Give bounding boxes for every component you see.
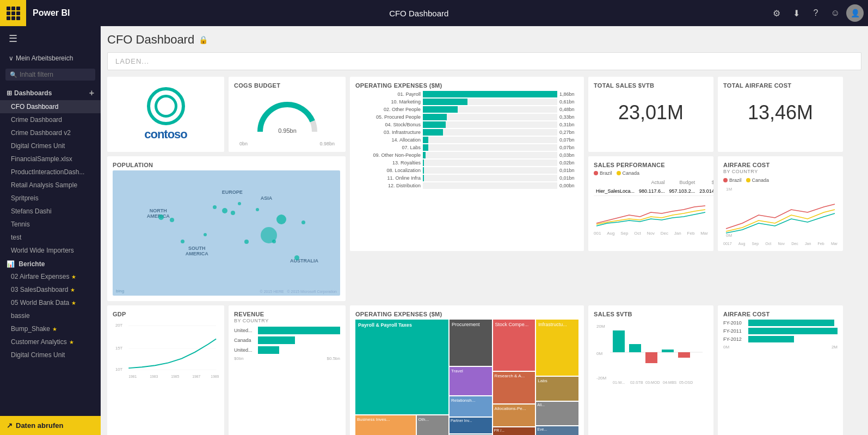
- tile-sales-performance[interactable]: Sales Performance Brazil Canada: [588, 156, 713, 251]
- treemap-infra: Infrastructu...: [536, 320, 578, 376]
- sales-svtb-title: Sales $VTB: [594, 311, 708, 317]
- dashboard-icon: ⊞: [7, 89, 12, 97]
- tile-gdp[interactable]: GDP 20T 15T 10T 1981 1983 1985 1987: [107, 305, 224, 435]
- sidebar-item-digital-crimes[interactable]: Digital Crimes Unit: [0, 139, 101, 152]
- search-input[interactable]: [20, 71, 91, 78]
- tile-airfare-year[interactable]: Airfare Cost FY-2010 FY-2011 FY-2012: [718, 305, 843, 435]
- settings-icon[interactable]: ⚙: [768, 4, 785, 22]
- svg-text:04-MBS: 04-MBS: [663, 381, 677, 384]
- gauge-svg: 0.95bn: [252, 94, 323, 137]
- brazil-dot: [594, 171, 598, 175]
- treemap-all: All...: [536, 402, 578, 425]
- chart-icon: 📊: [7, 260, 15, 268]
- sidebar-item-sprit[interactable]: Spritpreis: [0, 192, 101, 205]
- vtb-cell: 23.014.428: [697, 187, 713, 196]
- population-title: Population: [113, 162, 340, 168]
- star-icon: ★: [71, 300, 76, 306]
- sales-perf-legend: Brazil Canada: [594, 170, 708, 176]
- map-dot-china: [276, 215, 286, 224]
- sidebar-item-customer[interactable]: Customer Analytics ★: [0, 335, 101, 348]
- legend-canada: Canada: [617, 170, 640, 176]
- loading-bar: LADEN...: [107, 52, 861, 70]
- sidebar-item-sales-dash[interactable]: 03 SalesDashboard ★: [0, 283, 101, 296]
- canada-label: Canada: [623, 170, 640, 176]
- smiley-icon[interactable]: ☺: [827, 4, 844, 22]
- dashboard-row1: contoso COGS Budget 0.95bn 0bn 0.98bn: [107, 77, 861, 301]
- col-location: [594, 178, 637, 187]
- chart-x-labels: 001AugSepOctNovDecJanFebMar: [594, 231, 708, 236]
- map-dot-ru1: [256, 208, 259, 211]
- south-america-label: SOUTHAMERICA: [186, 246, 208, 256]
- sidebar-item-cfo[interactable]: CFO Dashboard: [0, 100, 101, 113]
- add-dashboard-icon[interactable]: +: [89, 88, 94, 98]
- sidebar-item-dc[interactable]: Digital Crimes Unit: [0, 348, 101, 362]
- map-credit: © 2015 HERE © 2015 Microsoft Corporation: [260, 290, 337, 293]
- workspace-label: Mein Arbeitsbereich: [16, 54, 73, 62]
- workspace-selector[interactable]: ∨ Mein Arbeitsbereich: [0, 51, 101, 65]
- tile-cogs-budget[interactable]: COGS Budget 0.95bn 0bn 0.98bn: [229, 77, 346, 152]
- legend-airfare-canada: Canada: [746, 177, 769, 183]
- sidebar-item-crime[interactable]: Crime Dashboard: [0, 113, 101, 126]
- star-icon: ★: [69, 339, 74, 345]
- svg-text:03-MOD: 03-MOD: [645, 381, 660, 384]
- tile-revenue[interactable]: Revenue BY COUNTRY United... Canada Unit…: [229, 305, 346, 435]
- download-icon[interactable]: ⬇: [787, 4, 805, 22]
- total-sales-value: 23,01M: [594, 91, 708, 134]
- get-data-button[interactable]: ↗ Daten abrufen: [0, 416, 101, 435]
- tile-airfare-country[interactable]: Airfare Cost BY COUNTRY Brazil Canada: [718, 156, 843, 251]
- gauge-chart: 0.95bn: [234, 91, 340, 140]
- app-logo[interactable]: [0, 0, 26, 26]
- berichte-section-header: 📊 Berichte: [0, 257, 101, 270]
- hamburger-icon[interactable]: ☰: [0, 26, 101, 51]
- revenue-chart: United... Canada United... $0bn$0.5bn: [234, 327, 340, 361]
- sales-perf-title: Sales Performance: [594, 162, 708, 168]
- world-map: NORTHAMERICA SOUTHAMERICA EUROPE ASIA AU…: [113, 170, 340, 296]
- total-airfare-title: Total Airfare Cost: [723, 82, 838, 89]
- svg-text:10T: 10T: [115, 367, 123, 372]
- treemap-business: Business Inves...: [355, 415, 416, 436]
- contoso-circle-outer: [147, 87, 185, 125]
- svg-text:1M: 1M: [726, 187, 732, 192]
- dashboards-section[interactable]: ⊞ Dashboards +: [0, 84, 101, 100]
- svg-text:1983: 1983: [150, 375, 158, 378]
- sidebar-item-bassie[interactable]: bassie: [0, 309, 101, 322]
- gauge-end: 0.98bn: [319, 141, 335, 146]
- arrow-icon: ↗: [7, 421, 13, 430]
- svg-text:1981: 1981: [128, 375, 137, 378]
- sidebar-item-worldbank[interactable]: 05 World Bank Data ★: [0, 296, 101, 309]
- sidebar-item-test[interactable]: test: [0, 231, 101, 244]
- tile-total-sales[interactable]: Total Sales $VTB 23,01M: [588, 77, 713, 152]
- gdp-chart: 20T 15T 10T 1981 1983 1985 1987 1989: [113, 320, 219, 379]
- tile-contoso-logo[interactable]: contoso: [107, 77, 224, 152]
- legend-brazil: Brazil: [594, 170, 612, 176]
- sidebar-item-product[interactable]: ProductInteractionDash...: [0, 166, 101, 179]
- sales-perf-chart: 001AugSepOctNovDecJanFebMar: [594, 196, 708, 229]
- search-box[interactable]: 🔍: [5, 69, 95, 81]
- treemap-relationship: Relationsh...: [450, 396, 492, 416]
- star-icon: ★: [71, 274, 76, 280]
- revenue-title: Revenue: [234, 311, 340, 317]
- sidebar-item-airfare[interactable]: 02 Airfare Expenses ★: [0, 270, 101, 283]
- sales-svtb-chart: 20M 0M -20M 01-W... 02-STB 03-MOD: [594, 320, 708, 385]
- cogs-title: COGS Budget: [234, 82, 340, 89]
- tile-population[interactable]: Population NORTHAMERICA SOUTHAMERICA EUR…: [107, 156, 346, 301]
- tile-total-airfare[interactable]: Total Airfare Cost 13,46M: [718, 77, 843, 152]
- tile-operating-expenses[interactable]: Operating Expenses ($M) 01. Payroll1,86b…: [350, 77, 584, 251]
- svg-text:15T: 15T: [115, 346, 123, 351]
- col-vtb: $VTB: [697, 178, 713, 187]
- sidebar-item-crime-v2[interactable]: Crime Dashboard v2: [0, 126, 101, 139]
- sidebar-item-retail[interactable]: Retail Analysis Sample: [0, 179, 101, 192]
- airfare-fy2010: FY-2010: [723, 320, 838, 326]
- tile-opex-treemap[interactable]: Operating Expenses ($M) Payroll & Payrol…: [350, 305, 584, 435]
- tile-sales-svtb[interactable]: Sales $VTB 20M 0M -20M 01-W.: [588, 305, 713, 435]
- sidebar-item-stefan[interactable]: Stefans Dashi: [0, 205, 101, 218]
- sidebar-item-tennis[interactable]: Tennis: [0, 218, 101, 231]
- user-avatar[interactable]: 👤: [846, 4, 864, 22]
- airfare-x-labels: 0017AugSepOctNovDecJanFebMar: [723, 242, 838, 246]
- sidebar-item-bump[interactable]: Bump_Shake ★: [0, 322, 101, 335]
- airfare-axis: 0M2M: [723, 345, 838, 350]
- dashboard-header: CFO Dashboard 🔒: [107, 33, 861, 47]
- sidebar-item-wwi[interactable]: World Wide Importers: [0, 244, 101, 257]
- help-icon[interactable]: ?: [807, 4, 824, 22]
- sidebar-item-financial[interactable]: FinancialSample.xlsx: [0, 152, 101, 166]
